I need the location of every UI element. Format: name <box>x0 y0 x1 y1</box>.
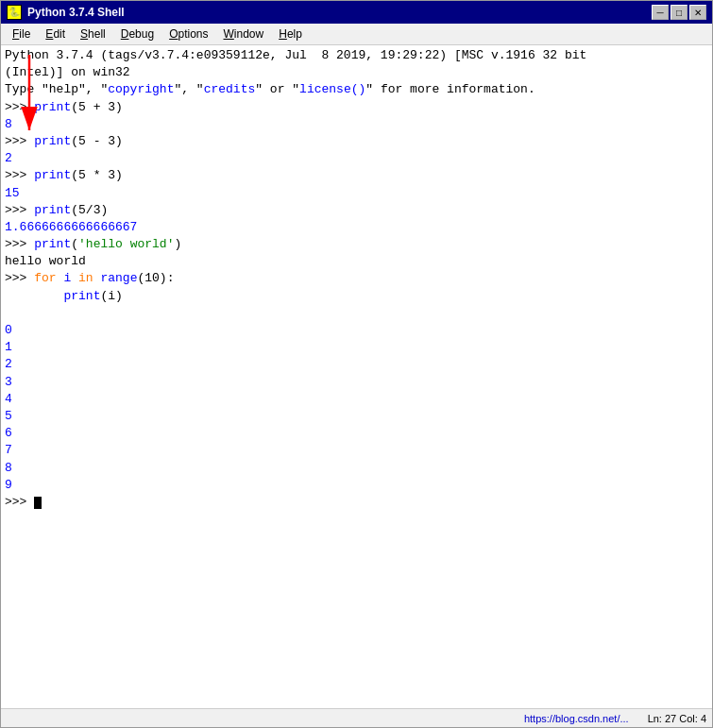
final-prompt-line: >>> <box>5 494 708 511</box>
output-4: 1.6666666666666667 <box>5 219 708 236</box>
output-5: hello world <box>5 253 708 270</box>
cmd-5-prompt: >>> print('hello world') <box>5 236 708 253</box>
for-output-3: 3 <box>5 374 708 391</box>
for-output-5: 5 <box>5 408 708 425</box>
menu-debug[interactable]: Debug <box>113 25 161 42</box>
cmd-4-prompt: >>> print(5/3) <box>5 202 708 219</box>
shell-wrapper: Python 3.7.4 (tags/v3.7.4:e09359112e, Ju… <box>1 45 712 708</box>
window-title: Python 3.7.4 Shell <box>27 6 125 19</box>
main-window: 🐍 Python 3.7.4 Shell ─ □ ✕ File Edit She… <box>0 0 713 728</box>
status-bar: https://blog.csdn.net/... Ln: 27 Col: 4 <box>1 708 712 727</box>
for-loop-blank <box>5 305 708 322</box>
for-loop-line1: >>> for i in range(10): <box>5 270 708 287</box>
for-loop-line2: print(i) <box>5 288 708 305</box>
intro-line1: Python 3.7.4 (tags/v3.7.4:e09359112e, Ju… <box>5 47 708 64</box>
title-bar-buttons: ─ □ ✕ <box>652 5 706 20</box>
menu-window[interactable]: Window <box>216 25 272 42</box>
output-1: 8 <box>5 116 708 133</box>
intro-line3: Type "help", "copyright", "credits" or "… <box>5 81 708 98</box>
title-bar: 🐍 Python 3.7.4 Shell ─ □ ✕ <box>1 1 712 24</box>
for-output-0: 0 <box>5 322 708 339</box>
menu-shell[interactable]: Shell <box>73 25 113 42</box>
cmd-3-prompt: >>> print(5 * 3) <box>5 167 708 184</box>
menu-help[interactable]: Help <box>271 25 310 42</box>
shell-content[interactable]: Python 3.7.4 (tags/v3.7.4:e09359112e, Ju… <box>1 45 712 513</box>
menu-bar: File Edit Shell Debug Options Window Hel… <box>1 24 712 45</box>
menu-file[interactable]: File <box>5 25 38 42</box>
cmd-1-prompt: >>> print(5 + 3) <box>5 99 708 116</box>
output-2: 2 <box>5 150 708 167</box>
cursor <box>34 497 42 509</box>
menu-options[interactable]: Options <box>161 25 215 42</box>
for-output-8: 8 <box>5 460 708 477</box>
title-bar-left: 🐍 Python 3.7.4 Shell <box>7 5 125 20</box>
cmd-2-prompt: >>> print(5 - 3) <box>5 133 708 150</box>
for-output-4: 4 <box>5 391 708 408</box>
for-output-7: 7 <box>5 442 708 459</box>
menu-edit[interactable]: Edit <box>38 25 73 42</box>
for-output-2: 2 <box>5 356 708 373</box>
maximize-button[interactable]: □ <box>671 5 688 20</box>
status-position: Ln: 27 Col: 4 <box>648 713 706 724</box>
status-link: https://blog.csdn.net/... <box>524 713 629 724</box>
intro-line2: (Intel)] on win32 <box>5 64 708 81</box>
for-output-6: 6 <box>5 425 708 442</box>
close-button[interactable]: ✕ <box>689 5 706 20</box>
for-output-1: 1 <box>5 339 708 356</box>
output-3: 15 <box>5 185 708 202</box>
app-icon: 🐍 <box>7 5 22 20</box>
minimize-button[interactable]: ─ <box>652 5 669 20</box>
for-output-9: 9 <box>5 477 708 494</box>
